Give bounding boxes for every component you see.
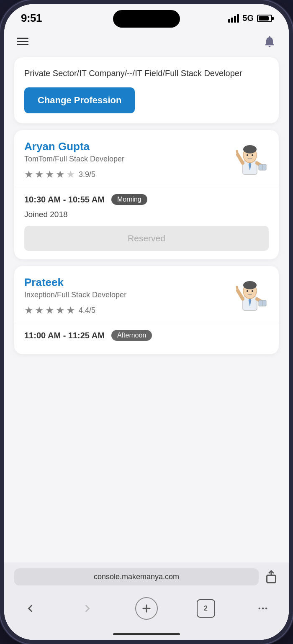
star-3: ★ [45,169,54,180]
status-time: 9:51 [21,12,42,25]
back-button[interactable] [21,599,39,618]
svg-point-14 [243,281,257,289]
svg-point-15 [247,290,248,292]
svg-line-17 [238,291,243,299]
profession-text: Private Sector/IT Company/--/IT Field/Fu… [24,67,269,79]
svg-point-27 [265,608,267,610]
time-row-2: 11:00 AM - 11:25 AM Afternoon [24,330,269,341]
rating-row-2: ★ ★ ★ ★ ★ 4.4/5 [24,304,231,316]
browser-bar: console.makemanya.com [4,562,289,591]
svg-point-3 [243,145,257,153]
main-content: Private Sector/IT Company/--/IT Field/Fu… [4,53,289,562]
mentor-card-aryan: Aryan Gupta TomTom/Full Stack Developer … [14,130,279,259]
time-range-2: 11:00 AM - 11:25 AM [24,331,105,340]
battery-icon [257,15,272,22]
home-indicator [4,628,289,640]
time-row: 10:30 AM - 10:55 AM Morning [24,194,269,205]
mentor-card-bottom-2: 11:00 AM - 11:25 AM Afternoon [14,323,279,354]
profession-card: Private Sector/IT Company/--/IT Field/Fu… [14,57,279,123]
time-range: 10:30 AM - 10:55 AM [24,195,105,204]
bottom-nav: 2 [4,591,289,628]
more-options-button[interactable] [254,599,272,618]
time-badge: Morning [111,194,147,205]
mentor-company: TomTom/Full Stack Developer [24,155,231,164]
signal-icon [228,14,239,23]
mentor-card-top: Aryan Gupta TomTom/Full Stack Developer … [14,130,279,187]
svg-line-18 [237,287,238,291]
forward-button[interactable] [78,599,97,618]
star-1: ★ [24,304,33,316]
mentor-card-prateek: Prateek Inxeption/Full Stack Developer ★… [14,266,279,354]
star-5: ★ [66,304,75,316]
tabs-button[interactable]: 2 [197,599,215,618]
network-label: 5G [242,13,254,23]
mentor-name-2: Prateek [24,276,231,289]
tabs-count: 2 [204,605,208,612]
star-4: ★ [56,169,65,180]
svg-rect-22 [267,575,276,583]
svg-point-16 [252,290,253,292]
phone-screen: 9:51 5G Private Sec [4,4,289,640]
phone-frame: 9:51 5G Private Sec [0,0,293,644]
time-badge-2: Afternoon [111,330,152,341]
svg-point-26 [262,608,264,610]
mentor-info-2: Prateek Inxeption/Full Stack Developer ★… [24,276,231,316]
svg-point-25 [259,608,261,610]
svg-line-7 [237,151,238,155]
star-rating-2: ★ ★ ★ ★ ★ [24,304,75,316]
svg-point-4 [247,154,248,156]
share-icon[interactable] [264,570,279,585]
mentor-card-bottom: 10:30 AM - 10:55 AM Morning Joined 2018 … [14,187,279,259]
star-1: ★ [24,169,33,180]
mentor-avatar-2 [231,276,269,314]
rating-row: ★ ★ ★ ★ ★ 3.9/5 [24,169,231,180]
status-icons: 5G [228,13,272,23]
mentor-name: Aryan Gupta [24,140,231,153]
mentor-info: Aryan Gupta TomTom/Full Stack Developer … [24,140,231,180]
dynamic-island [113,10,180,28]
star-2: ★ [35,304,44,316]
rating-value: 3.9/5 [79,170,95,179]
url-bar[interactable]: console.makemanya.com [14,568,259,585]
svg-point-5 [252,154,253,156]
star-2: ★ [35,169,44,180]
reserved-button[interactable]: Reserved [24,226,269,251]
star-4: ★ [56,304,65,316]
mentor-avatar [231,140,269,178]
mentor-card-top-2: Prateek Inxeption/Full Stack Developer ★… [14,266,279,323]
url-text: console.makemanya.com [94,572,179,581]
star-5: ★ [66,169,75,180]
star-3: ★ [45,304,54,316]
star-rating: ★ ★ ★ ★ ★ [24,169,75,180]
change-profession-button[interactable]: Change Profession [24,87,135,113]
rating-value-2: 4.4/5 [79,306,95,315]
mentor-company-2: Inxeption/Full Stack Developer [24,291,231,299]
notification-bell-icon[interactable] [263,35,276,48]
app-header [4,28,289,53]
home-bar [113,633,180,635]
joined-text: Joined 2018 [24,210,269,219]
new-tab-button[interactable] [135,597,158,620]
hamburger-menu-button[interactable] [17,38,28,45]
svg-line-6 [238,155,243,163]
